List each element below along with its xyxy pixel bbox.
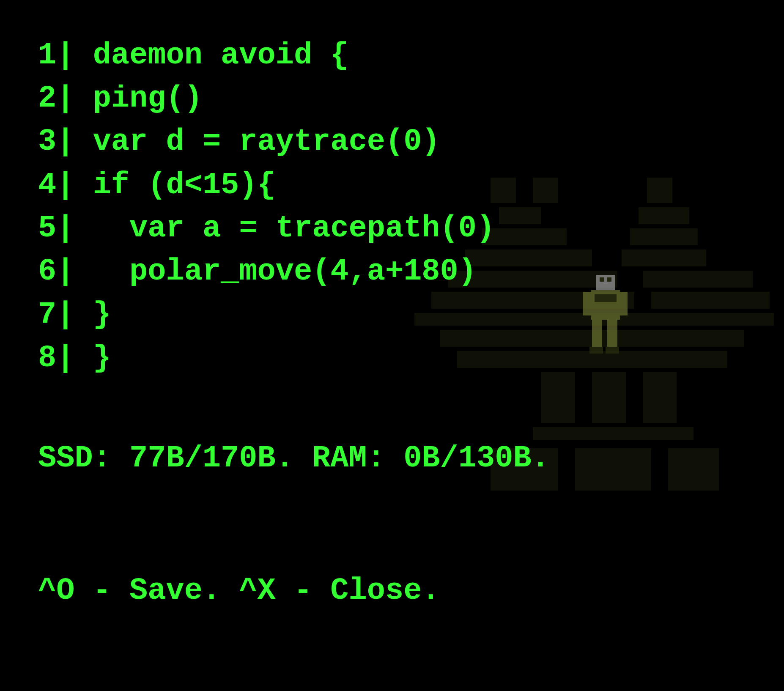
line-number: 3| (38, 120, 93, 163)
code-editor[interactable]: 1| daemon avoid { 2| ping() 3| var d = r… (38, 34, 757, 380)
code-line[interactable]: 3| var d = raytrace(0) (38, 120, 757, 163)
line-code: daemon avoid { (93, 34, 349, 77)
code-line[interactable]: 2| ping() (38, 77, 757, 120)
line-code: var a = tracepath(0) (93, 207, 495, 250)
code-line[interactable]: 6| polar_move(4,a+180) (38, 250, 757, 293)
line-number: 5| (38, 207, 93, 250)
shortcuts-hint: ^O - Save. ^X - Close. (38, 569, 550, 613)
line-number: 7| (38, 293, 93, 336)
line-number: 1| (38, 34, 93, 77)
code-line[interactable]: 4| if (d<15){ (38, 164, 757, 207)
code-line[interactable]: 5| var a = tracepath(0) (38, 207, 757, 250)
line-number: 4| (38, 164, 93, 207)
line-code: if (d<15){ (93, 164, 276, 207)
memory-status: SSD: 77B/170B. RAM: 0B/130B. (38, 436, 550, 480)
line-number: 2| (38, 77, 93, 120)
code-line[interactable]: 1| daemon avoid { (38, 34, 757, 77)
line-code: ping() (93, 77, 203, 120)
line-number: 6| (38, 250, 93, 293)
line-code: } (93, 293, 111, 336)
line-code: var d = raytrace(0) (93, 120, 440, 163)
code-line[interactable]: 7| } (38, 293, 757, 336)
status-bar: SSD: 77B/170B. RAM: 0B/130B. ^O - Save. … (38, 348, 550, 657)
line-code: polar_move(4,a+180) (93, 250, 477, 293)
